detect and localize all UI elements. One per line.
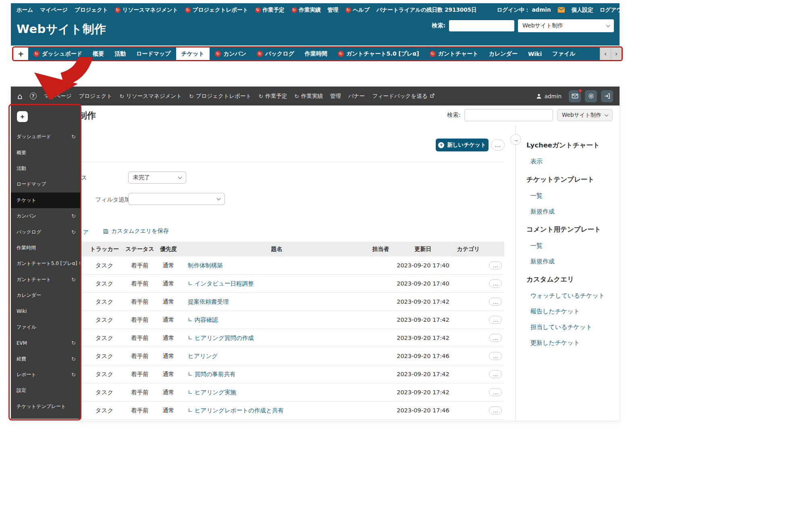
row-menu-button[interactable]: …: [489, 352, 502, 360]
sidebar-item[interactable]: ガントチャート ↻: [11, 272, 81, 288]
search-input[interactable]: [464, 109, 553, 121]
project-selector[interactable]: Webサイト制作: [518, 19, 614, 32]
nav-item[interactable]: ↻ リソースマネジメント: [119, 93, 182, 100]
project-tab[interactable]: ↻ ファイル: [547, 48, 580, 60]
right-panel-item[interactable]: コメント用テンプレート: [526, 225, 614, 234]
tabs-scroll-right-button[interactable]: ›: [611, 48, 622, 60]
nav-item[interactable]: ↻ 作業実績: [291, 6, 321, 14]
ticket-subject-link[interactable]: ∟ ヒアリング質問の作成: [188, 335, 254, 341]
nav-item[interactable]: ↻ ヘルプ: [345, 6, 370, 14]
row-menu-button[interactable]: …: [489, 279, 502, 288]
home-icon[interactable]: ⌂: [17, 92, 23, 100]
nav-item[interactable]: ↻ 管理: [330, 93, 341, 100]
nav-item[interactable]: ↻ 作業実績: [294, 93, 323, 100]
row-menu-button[interactable]: …: [489, 316, 502, 324]
personal-settings-link[interactable]: 個人設定: [572, 6, 593, 14]
nav-item[interactable]: ↻ バナー: [348, 93, 365, 100]
settings-button[interactable]: [585, 90, 597, 102]
nav-item[interactable]: ↻ リソースマネジメント: [115, 6, 178, 14]
nav-item[interactable]: ↻ プロジェクトレポート: [189, 93, 252, 100]
mail-icon[interactable]: [557, 7, 565, 13]
add-tab-button[interactable]: +: [13, 48, 28, 60]
notifications-button[interactable]: [569, 90, 581, 102]
ticket-subject-link[interactable]: 制作体制構築: [188, 262, 223, 269]
new-ticket-button[interactable]: + 新しいチケット: [436, 139, 489, 151]
project-selector[interactable]: Webサイト制作: [557, 109, 613, 121]
sidebar-add-button[interactable]: +: [17, 111, 28, 122]
chevron-down-icon: [606, 23, 610, 27]
project-tab[interactable]: ↻ カンバン: [210, 48, 252, 60]
right-panel-item[interactable]: 表示: [530, 158, 614, 166]
ticket-subject-link[interactable]: 提案依頼書受理: [188, 298, 229, 305]
sidebar-item[interactable]: 設定 ↻: [11, 383, 81, 398]
user-menu[interactable]: admin: [536, 93, 561, 99]
sidebar-item[interactable]: ファイル ↻: [11, 319, 81, 335]
save-custom-query-link[interactable]: カスタムクエリを保存: [103, 228, 169, 235]
right-panel-item[interactable]: 担当しているチケット: [530, 323, 614, 331]
ticket-subject-link[interactable]: ∟ インタビュー日程調整: [188, 280, 254, 287]
row-menu-button[interactable]: …: [489, 388, 502, 396]
row-menu-button[interactable]: …: [489, 298, 502, 306]
right-panel-item[interactable]: チケットテンプレート: [526, 175, 614, 184]
nav-item[interactable]: ↻ プロジェクトレポート: [185, 6, 248, 14]
sidebar-item[interactable]: ガントチャート5.0 [プレα] ↻: [11, 256, 81, 271]
sidebar-item[interactable]: EVM ↻: [11, 335, 81, 351]
sidebar-item[interactable]: チケットテンプレート ↻: [11, 399, 81, 414]
sidebar-item[interactable]: カレンダー ↻: [11, 288, 81, 303]
status-filter-select[interactable]: 未完了: [128, 172, 186, 184]
right-panel-item[interactable]: Lycheeガントチャート: [526, 141, 614, 150]
add-filter-select[interactable]: [128, 193, 225, 205]
project-tab[interactable]: ↻ ロードマップ: [131, 48, 176, 60]
row-menu-button[interactable]: …: [489, 261, 502, 269]
logout-icon: [604, 93, 611, 99]
ticket-subject-link[interactable]: ∟ 内容確認: [188, 317, 218, 323]
row-menu-button[interactable]: …: [489, 406, 502, 414]
right-panel-item[interactable]: 新規作成: [530, 258, 614, 265]
project-tab[interactable]: ↻ ガントチャート: [424, 48, 484, 60]
right-panel-item[interactable]: 報告したチケット: [530, 308, 614, 315]
row-menu-button[interactable]: …: [489, 370, 502, 378]
sidebar-item[interactable]: ロードマップ ↻: [11, 176, 81, 192]
row-menu-button[interactable]: …: [489, 334, 502, 342]
ticket-subject-link[interactable]: ∟ 質問の事前共有: [188, 371, 236, 377]
right-panel-item[interactable]: 新規作成: [530, 208, 614, 215]
sidebar-item[interactable]: ダッシュボード ↻: [11, 129, 81, 145]
right-panel-item[interactable]: 一覧: [530, 192, 614, 200]
sidebar-item[interactable]: バックログ ↻: [11, 224, 81, 240]
sidebar-item[interactable]: 概要 ↻: [11, 145, 81, 160]
sidebar-item[interactable]: カンバン ↻: [11, 208, 81, 224]
right-panel-item[interactable]: ウォッチしているチケット: [530, 292, 614, 300]
logout-button[interactable]: [601, 90, 613, 102]
ticket-subject-link[interactable]: ∟ ヒアリングレポートの作成と共有: [188, 407, 284, 414]
nav-item[interactable]: ↻ 作業予定: [255, 6, 285, 14]
sidebar-item[interactable]: Wiki ↻: [11, 303, 81, 319]
sidebar-item[interactable]: レポート ↻: [11, 367, 81, 383]
nav-item[interactable]: ↻ 管理: [328, 6, 339, 14]
nav-item[interactable]: ↻ ホーム: [17, 6, 33, 14]
nav-item[interactable]: ↻ バナー: [376, 6, 393, 14]
project-tab[interactable]: ↻ 作業時間: [299, 48, 333, 60]
right-panel-item[interactable]: 一覧: [530, 242, 614, 250]
search-input[interactable]: [449, 20, 514, 31]
collapse-panel-button[interactable]: →: [510, 134, 521, 145]
project-tab[interactable]: ↻ カレンダー: [484, 48, 523, 60]
nav-item[interactable]: ↻ マイページ: [40, 6, 68, 14]
project-tab[interactable]: ↻ Wiki: [523, 48, 547, 60]
sidebar-item[interactable]: 活動 ↻: [11, 161, 81, 176]
more-actions-button[interactable]: …: [491, 139, 505, 151]
project-tab[interactable]: ↻ バックログ: [252, 48, 299, 60]
project-tab[interactable]: ↻ ガントチャート5.0 [プレα]: [333, 48, 424, 60]
sidebar-item[interactable]: 経費 ↻: [11, 351, 81, 366]
right-panel-item[interactable]: カスタムクエリ: [526, 275, 614, 284]
nav-item[interactable]: ↻ プロジェクト: [75, 6, 108, 14]
right-panel-item[interactable]: 更新したチケット: [530, 339, 614, 347]
nav-item[interactable]: ↻ フィードバックを送る: [372, 93, 435, 100]
sidebar-item[interactable]: チケット ↻: [11, 193, 81, 208]
logout-link[interactable]: ログアウト: [600, 6, 628, 14]
sidebar-item[interactable]: 作業時間 ↻: [11, 240, 81, 256]
tabs-scroll-left-button[interactable]: ‹: [600, 48, 611, 60]
ticket-subject-link[interactable]: ∟ ヒアリング実施: [188, 389, 236, 395]
nav-item[interactable]: ↻ 作業予定: [259, 93, 287, 100]
ticket-subject-link[interactable]: ヒアリング: [188, 353, 218, 359]
project-tab[interactable]: ↻ チケット: [176, 48, 210, 60]
